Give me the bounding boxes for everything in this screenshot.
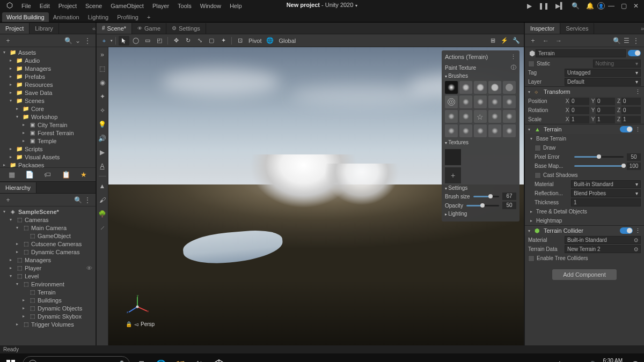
search-icon[interactable]: 🔍 — [63, 37, 73, 45]
lighting-section[interactable]: Lighting — [445, 211, 516, 217]
menu-file[interactable]: File — [17, 1, 35, 11]
tree-item[interactable]: ▸⬚Cutscene Cameras — [0, 240, 96, 248]
search-icon[interactable]: 🔍 — [73, 196, 83, 204]
explorer-icon[interactable]: 📁 — [173, 357, 188, 362]
search-icon[interactable]: 🔍 — [612, 37, 621, 45]
tree-item[interactable]: ▸📁Packages — [0, 161, 96, 167]
add-icon[interactable]: + — [99, 36, 109, 46]
tree-item[interactable]: ▸📁Managers — [0, 64, 96, 72]
tree-item[interactable]: ▾⬚Level — [0, 272, 96, 280]
static-checkbox[interactable] — [528, 61, 535, 67]
brush-item[interactable] — [459, 95, 472, 108]
tree-item[interactable]: ▸▣City Terrain — [0, 121, 96, 129]
tree-item[interactable]: ▾📁Assets — [0, 48, 96, 56]
tree-item[interactable]: ▸⬚Dynamic Objects — [0, 304, 96, 312]
tree-item[interactable]: ▸▣Forest Terrain — [0, 129, 96, 137]
maximize-icon[interactable]: ▢ — [618, 2, 630, 10]
tree-icon[interactable]: 🌳 — [98, 210, 107, 218]
brushes-section[interactable]: Brushes — [445, 73, 516, 79]
brush-item[interactable] — [459, 81, 472, 94]
expand-icon[interactable]: » — [98, 50, 107, 59]
add-icon[interactable]: + — [3, 37, 13, 45]
terrain-data-field[interactable]: New Terrain 2⊙ — [565, 245, 641, 253]
rotate-tool-icon[interactable]: ↻ — [182, 36, 193, 46]
add-component-button[interactable]: Add Component — [552, 269, 617, 280]
scale-tool-icon[interactable]: ⤡ — [194, 36, 205, 46]
tree-item[interactable]: ▸⬚Player👁 — [0, 264, 96, 272]
menu-player[interactable]: Player — [148, 1, 173, 11]
path-icon[interactable]: ⟋ — [98, 224, 107, 232]
tree-item[interactable]: ▸⬚Trigger Volumes — [0, 320, 96, 328]
more-icon[interactable]: ⋮ — [83, 196, 92, 204]
filter-icon[interactable]: ⌄ — [73, 37, 83, 45]
tag-icon[interactable]: 🏷 — [44, 171, 51, 179]
globe-icon[interactable]: ◉ — [98, 78, 107, 87]
action-center[interactable]: 💬5 — [630, 359, 641, 362]
collapse-icon[interactable]: « — [88, 25, 96, 32]
brush-item[interactable] — [474, 124, 487, 137]
layout-tab-animation[interactable]: Animation — [49, 12, 84, 22]
mic-icon[interactable]: 🎤 — [115, 360, 124, 363]
scene-viewport[interactable]: y x z 🔒◅Persp Actions (Terrain)⋮ Paint T… — [108, 47, 524, 345]
unity-icon[interactable] — [211, 357, 226, 362]
basemap-slider[interactable] — [574, 165, 624, 167]
tab-services[interactable]: Services — [560, 23, 594, 34]
brush-item[interactable] — [488, 110, 501, 123]
new-folder-icon[interactable]: 📄 — [25, 171, 34, 179]
rect-tool-icon[interactable]: ▢ — [206, 36, 217, 46]
tab-game[interactable]: 👁Game — [132, 23, 166, 34]
brush-item[interactable] — [503, 81, 516, 94]
tree-item[interactable]: ▾📁Workshop — [0, 113, 96, 121]
tree-item[interactable]: ▸⬚Dynamic Cameras — [0, 248, 96, 256]
move-tool-icon[interactable]: ✥ — [171, 36, 181, 46]
start-button[interactable] — [3, 357, 18, 362]
brush-item[interactable] — [445, 95, 458, 108]
terrain-icon[interactable]: ▲ — [98, 182, 107, 190]
brush-icon[interactable]: 🖌 — [98, 196, 107, 204]
grid-view-icon[interactable]: ▦ — [9, 171, 15, 179]
draw-checkbox[interactable] — [535, 145, 541, 151]
clipboard-icon[interactable]: 📋 — [62, 171, 70, 179]
tree-item[interactable]: ▸⬚Managers — [0, 256, 96, 264]
textures-section[interactable]: Textures — [445, 139, 516, 145]
camera-mode[interactable]: 🔒◅Persp — [126, 321, 155, 327]
brush-item[interactable] — [503, 110, 516, 123]
tab-hierarchy[interactable]: Hierarchy — [0, 182, 36, 193]
taskview-icon[interactable]: ⧉ — [134, 357, 149, 362]
tab-library[interactable]: Library — [30, 23, 59, 34]
menu-gameobject[interactable]: GameObject — [106, 1, 148, 11]
object-name-field[interactable]: Terrain — [536, 49, 626, 57]
add-icon[interactable]: + — [3, 196, 13, 204]
global-icon[interactable]: 🌐 — [265, 36, 275, 46]
hierarchy-tree[interactable]: ▾◈SampleScene*▾⬚Cameras▾⬚Main Camera⬚Gam… — [0, 206, 96, 345]
menu-help[interactable]: Help — [225, 1, 246, 11]
menu-window[interactable]: Window — [196, 1, 225, 11]
tree-item[interactable]: ⬚Terrain — [0, 288, 96, 296]
step-icon[interactable]: ▶▍ — [552, 2, 568, 10]
edge-icon[interactable]: 🌐 — [153, 357, 169, 362]
wand-icon[interactable]: ✦ — [98, 92, 107, 101]
collider-toggle[interactable] — [620, 227, 633, 234]
active-toggle[interactable] — [628, 50, 641, 56]
tab-inspector[interactable]: Inspector — [525, 23, 560, 34]
brush-item[interactable] — [459, 110, 472, 123]
filter-icon[interactable]: ☰ — [621, 37, 631, 45]
info-icon[interactable]: ⓘ — [511, 64, 516, 71]
visibility-icon[interactable]: 👁 — [86, 265, 92, 271]
brush-item[interactable] — [488, 95, 501, 108]
menu-tools[interactable]: Tools — [173, 1, 196, 11]
brush-item[interactable] — [459, 124, 472, 137]
brush-item[interactable] — [474, 81, 487, 94]
brush-item[interactable] — [445, 110, 458, 123]
brush-item[interactable] — [488, 124, 501, 137]
tree-item[interactable]: ▸📁Visual Assets — [0, 153, 96, 161]
tab-scene[interactable]: ## Scene*Scene* — [97, 23, 132, 34]
spark-icon[interactable]: ✧ — [98, 106, 107, 115]
tree-item[interactable]: ▾⬚Environment — [0, 280, 96, 288]
lasso-tool-icon[interactable]: ◯ — [130, 36, 141, 46]
light-icon[interactable]: ⚡ — [499, 36, 510, 46]
terrain-toggle[interactable] — [620, 126, 633, 132]
minimize-icon[interactable]: — — [605, 2, 618, 10]
more-icon[interactable]: ⋮ — [83, 37, 92, 45]
global-label[interactable]: Global — [276, 38, 298, 44]
